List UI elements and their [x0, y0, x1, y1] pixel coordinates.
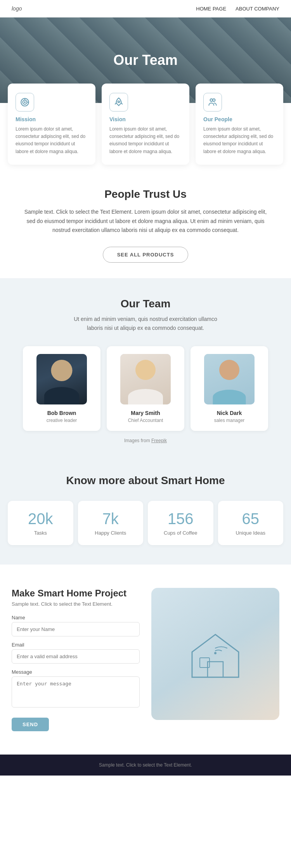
email-label: Email: [12, 642, 140, 648]
logo: logo: [12, 5, 22, 12]
stats-grid: 20k Tasks 7k Happy Clients 156 Cups of C…: [8, 501, 283, 545]
stat-number-clients: 7k: [84, 510, 137, 528]
freepik-attribution: Images from Freepik: [12, 438, 279, 443]
feature-title-vision: Vision: [109, 116, 182, 122]
stats-title: Know more about Smart Home: [8, 474, 283, 487]
email-input[interactable]: [12, 649, 140, 664]
name-input[interactable]: [12, 622, 140, 636]
svg-point-2: [24, 102, 25, 103]
feature-title-people: Our People: [203, 116, 275, 122]
team-card-mary: Mary Smith Chief Accountant: [107, 346, 184, 431]
stat-card-ideas: 65 Unique Ideas: [218, 501, 284, 545]
trust-body: Sample text. Click to select the Text El…: [23, 207, 268, 235]
team-subtitle: Ut enim ad minim veniam, quis nostrud ex…: [72, 315, 219, 332]
team-card-nick: Nick Dark sales manager: [191, 346, 268, 431]
stat-number-tasks: 20k: [14, 510, 67, 528]
avatar-nick-dark: [204, 354, 255, 404]
form-group-message: Message: [12, 669, 140, 709]
team-section: Our Team Ut enim ad minim veniam, quis n…: [0, 278, 291, 455]
avatar-mary-smith: [120, 354, 171, 404]
hero-title: Our Team: [113, 52, 177, 68]
footer-text: Sample text. Click to select the Text El…: [12, 762, 279, 768]
stat-number-coffee: 156: [154, 510, 207, 528]
trust-title: People Trust Us: [23, 188, 268, 200]
team-member-role-nick: sales manager: [197, 418, 262, 423]
see-all-products-button[interactable]: SEE ALL PRODUCTS: [103, 247, 189, 263]
svg-point-7: [213, 99, 215, 101]
form-group-email: Email: [12, 642, 140, 664]
feature-title-mission: Mission: [16, 116, 88, 122]
nav-about[interactable]: ABOUT COMPANY: [236, 6, 279, 12]
message-label: Message: [12, 669, 140, 675]
feature-card-mission: Mission Lorem ipsum dolor sit amet, cons…: [8, 84, 95, 165]
stat-number-ideas: 65: [224, 510, 277, 528]
target-icon: [16, 93, 34, 112]
feature-card-vision: Vision Lorem ipsum dolor sit amet, conse…: [102, 84, 189, 165]
team-cards-container: Bob Brown creative leader Mary Smith Chi…: [12, 346, 279, 431]
team-member-role-mary: Chief Accountant: [113, 418, 178, 423]
contact-description: Sample text. Click to select the Text El…: [12, 601, 140, 607]
navigation: HOME PAGE ABOUT COMPANY: [196, 6, 279, 12]
team-card-bob: Bob Brown creative leader: [23, 346, 100, 431]
team-member-name-nick: Nick Dark: [197, 410, 262, 416]
svg-point-5: [118, 101, 120, 103]
stat-card-tasks: 20k Tasks: [8, 501, 73, 545]
header: logo HOME PAGE ABOUT COMPANY: [0, 0, 291, 17]
name-label: Name: [12, 615, 140, 620]
feature-text-mission: Lorem ipsum dolor sit amet, consectetur …: [16, 125, 88, 155]
stat-label-tasks: Tasks: [14, 530, 67, 536]
nav-home[interactable]: HOME PAGE: [196, 6, 226, 12]
feature-card-people: Our People Lorem ipsum dolor sit amet, c…: [196, 84, 283, 165]
stat-label-clients: Happy Clients: [84, 530, 137, 536]
stats-section: Know more about Smart Home 20k Tasks 7k …: [0, 455, 291, 565]
contact-image: [151, 588, 279, 720]
feature-text-people: Lorem ipsum dolor sit amet, consectetur …: [203, 125, 275, 155]
smart-home-illustration: [184, 623, 246, 685]
stat-label-coffee: Cups of Coffee: [154, 530, 207, 536]
form-group-name: Name: [12, 615, 140, 636]
contact-title: Make Smart Home Project: [12, 588, 140, 599]
contact-form-column: Make Smart Home Project Sample text. Cli…: [12, 588, 140, 731]
stat-card-clients: 7k Happy Clients: [78, 501, 144, 545]
footer: Sample text. Click to select the Text El…: [0, 755, 291, 776]
people-icon: [203, 93, 222, 112]
contact-section: Make Smart Home Project Sample text. Cli…: [0, 565, 291, 755]
stat-label-ideas: Unique Ideas: [224, 530, 277, 536]
team-member-name-mary: Mary Smith: [113, 410, 178, 416]
avatar-bob-brown: [36, 354, 87, 404]
features-section: Mission Lorem ipsum dolor sit amet, cons…: [0, 84, 291, 165]
team-member-role-bob: creative leader: [29, 418, 94, 423]
freepik-link[interactable]: Freepik: [151, 438, 167, 443]
svg-point-8: [214, 652, 217, 654]
team-title: Our Team: [12, 298, 279, 310]
rocket-icon: [109, 93, 128, 112]
trust-section: People Trust Us Sample text. Click to se…: [0, 165, 291, 278]
stat-card-coffee: 156 Cups of Coffee: [148, 501, 213, 545]
message-input[interactable]: [12, 676, 140, 708]
team-member-name-bob: Bob Brown: [29, 410, 94, 416]
send-button[interactable]: SEND: [12, 718, 49, 731]
feature-text-vision: Lorem ipsum dolor sit amet, consectetur …: [109, 125, 182, 155]
